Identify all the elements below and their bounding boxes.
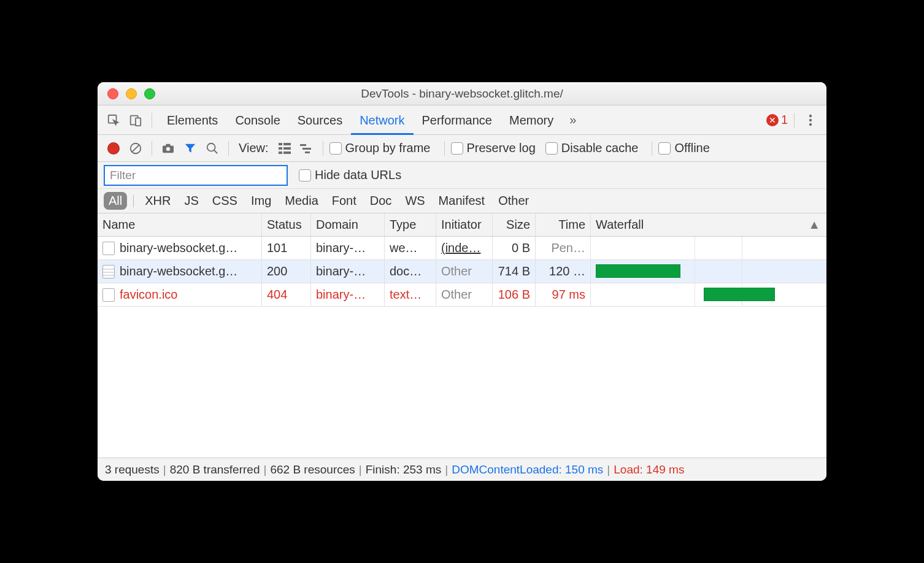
status-finish: Finish: 253 ms xyxy=(366,463,442,477)
table-header: Name Status Domain Type Initiator Size T… xyxy=(98,213,826,237)
filter-bar: Hide data URLs xyxy=(98,162,826,189)
filter-chip-all[interactable]: All xyxy=(104,192,127,210)
tab-network[interactable]: Network xyxy=(351,105,413,135)
divider xyxy=(323,141,323,156)
kebab-menu-icon[interactable] xyxy=(801,110,820,130)
cell-time: 97 ms xyxy=(536,283,591,306)
svg-rect-13 xyxy=(279,143,282,145)
divider xyxy=(652,141,652,156)
filter-chip-js[interactable]: JS xyxy=(179,192,203,210)
cell-domain: binary-… xyxy=(311,283,385,306)
group-by-frame-checkbox[interactable]: Group by frame xyxy=(329,141,431,155)
svg-rect-9 xyxy=(166,144,170,146)
clear-icon[interactable] xyxy=(126,139,145,158)
table-row[interactable]: binary-websocket.g…200binary-…doc…Other7… xyxy=(98,260,826,283)
col-status[interactable]: Status xyxy=(262,213,311,236)
cell-type: text… xyxy=(385,283,436,306)
table-row[interactable]: binary-websocket.g…101binary-…we…(inde…0… xyxy=(98,237,826,260)
svg-rect-2 xyxy=(136,118,141,126)
col-waterfall[interactable]: Waterfall ▲ xyxy=(591,213,826,236)
network-toolbar: View: Group by frame Preserve log Disabl… xyxy=(98,135,826,162)
col-size[interactable]: Size xyxy=(493,213,536,236)
divider xyxy=(152,141,152,156)
cell-name: binary-websocket.g… xyxy=(98,260,262,283)
filter-chip-other[interactable]: Other xyxy=(493,192,534,210)
waterfall-bar xyxy=(704,288,774,301)
filter-chip-css[interactable]: CSS xyxy=(207,192,242,210)
status-transferred: 820 B transferred xyxy=(170,463,260,477)
cell-initiator: Other xyxy=(436,260,493,283)
filter-chip-xhr[interactable]: XHR xyxy=(140,192,175,210)
cell-waterfall xyxy=(591,283,826,306)
tab-elements[interactable]: Elements xyxy=(158,105,226,135)
error-count: 1 xyxy=(781,113,788,127)
divider xyxy=(444,141,445,156)
col-initiator[interactable]: Initiator xyxy=(436,213,493,236)
filter-chip-doc[interactable]: Doc xyxy=(365,192,397,210)
capture-screenshots-icon[interactable] xyxy=(158,139,178,158)
device-toolbar-icon[interactable] xyxy=(126,110,145,130)
search-icon[interactable] xyxy=(202,139,222,158)
cell-size: 0 B xyxy=(493,237,536,259)
svg-rect-20 xyxy=(302,148,311,150)
cell-initiator: Other xyxy=(436,283,493,306)
filter-chip-manifest[interactable]: Manifest xyxy=(434,192,490,210)
status-bar: 3 requests | 820 B transferred | 662 B r… xyxy=(98,458,826,481)
cell-time: Pen… xyxy=(536,237,591,259)
filter-chip-img[interactable]: Img xyxy=(246,192,276,210)
cell-waterfall xyxy=(591,260,826,283)
svg-point-4 xyxy=(809,118,812,121)
filter-chip-media[interactable]: Media xyxy=(280,192,323,210)
tab-sources[interactable]: Sources xyxy=(289,105,351,135)
svg-rect-18 xyxy=(283,151,291,154)
error-icon: ✕ xyxy=(766,114,779,126)
svg-rect-17 xyxy=(279,151,282,154)
cell-size: 714 B xyxy=(493,260,536,283)
col-name[interactable]: Name xyxy=(98,213,262,236)
col-time[interactable]: Time xyxy=(536,213,591,236)
large-rows-icon[interactable] xyxy=(275,139,295,158)
inspect-element-icon[interactable] xyxy=(104,110,123,130)
filter-chip-ws[interactable]: WS xyxy=(400,192,429,210)
cell-time: 120 … xyxy=(536,260,591,283)
table-row[interactable]: favicon.ico404binary-…text…Other106 B97 … xyxy=(98,283,826,307)
svg-rect-19 xyxy=(300,144,306,146)
divider xyxy=(133,195,134,207)
disable-cache-checkbox[interactable]: Disable cache xyxy=(545,141,639,155)
overview-icon[interactable] xyxy=(297,139,317,158)
svg-line-12 xyxy=(214,150,218,153)
minimize-window-button[interactable] xyxy=(126,88,137,99)
filter-chip-font[interactable]: Font xyxy=(327,192,361,210)
svg-point-3 xyxy=(809,114,812,117)
cell-waterfall xyxy=(591,237,826,259)
hide-data-urls-checkbox[interactable]: Hide data URLs xyxy=(299,168,401,182)
filter-icon[interactable] xyxy=(180,139,200,158)
preserve-log-checkbox[interactable]: Preserve log xyxy=(451,141,536,155)
tab-performance[interactable]: Performance xyxy=(414,105,501,135)
view-label: View: xyxy=(239,141,269,155)
error-count-badge[interactable]: ✕ 1 xyxy=(766,113,788,127)
initiator-link[interactable]: (inde… xyxy=(441,241,480,255)
tab-memory[interactable]: Memory xyxy=(501,105,562,135)
waterfall-bar xyxy=(596,264,680,278)
col-domain[interactable]: Domain xyxy=(311,213,385,236)
close-window-button[interactable] xyxy=(107,88,118,99)
cell-initiator: (inde… xyxy=(436,237,493,259)
document-icon xyxy=(102,265,115,278)
offline-checkbox[interactable]: Offline xyxy=(658,141,709,155)
svg-rect-15 xyxy=(279,147,282,150)
cell-name: binary-websocket.g… xyxy=(98,237,262,259)
tab-console[interactable]: Console xyxy=(226,105,288,135)
more-tabs-icon[interactable]: » xyxy=(564,113,581,127)
cell-domain: binary-… xyxy=(311,260,385,283)
traffic-lights xyxy=(98,88,155,99)
zoom-window-button[interactable] xyxy=(144,88,155,99)
cell-type: doc… xyxy=(385,260,436,283)
record-button[interactable] xyxy=(104,139,123,158)
filter-input[interactable] xyxy=(104,165,288,186)
svg-line-7 xyxy=(132,144,140,152)
devtools-window: DevTools - binary-websocket.glitch.me/ E… xyxy=(98,82,826,481)
type-filters: AllXHRJSCSSImgMediaFontDocWSManifestOthe… xyxy=(98,189,826,213)
col-type[interactable]: Type xyxy=(385,213,436,236)
network-table: Name Status Domain Type Initiator Size T… xyxy=(98,213,826,458)
